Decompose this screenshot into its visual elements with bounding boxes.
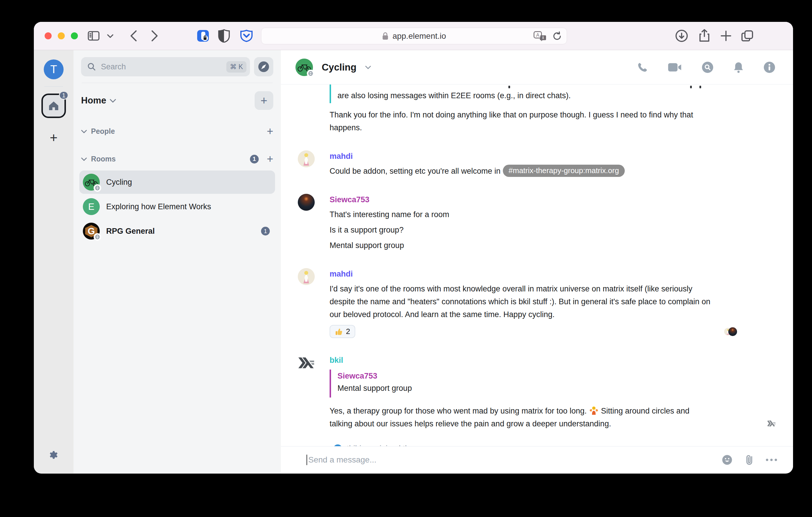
- message-composer[interactable]: Send a message...: [281, 446, 793, 473]
- message-reply-e2ee: are also losing messages within E2EE roo…: [298, 85, 776, 134]
- settings-button[interactable]: [47, 448, 60, 463]
- public-room-badge: [307, 70, 314, 77]
- text-caret: [307, 455, 307, 465]
- section-rooms[interactable]: Rooms 1 +: [81, 153, 273, 165]
- search-box[interactable]: ⌘ K: [81, 57, 250, 77]
- notifications-button[interactable]: [733, 61, 744, 73]
- room-unread-badge: 1: [261, 227, 270, 236]
- zoom-window-button[interactable]: [71, 32, 78, 39]
- message-mahdi-knowledge: mahdi I'd say it's one of the rooms with…: [298, 268, 776, 338]
- url-text: app.element.io: [393, 31, 446, 41]
- forward-button[interactable]: [148, 29, 162, 43]
- thumbs-up-icon: [335, 328, 343, 336]
- search-input[interactable]: [101, 62, 222, 71]
- room-title[interactable]: Cycling: [322, 62, 356, 73]
- more-options-button[interactable]: [765, 458, 777, 462]
- search-shortcut-badge: ⌘ K: [226, 61, 246, 72]
- room-item-exploring[interactable]: E Exploring how Element Works: [79, 195, 275, 218]
- address-bar[interactable]: app.element.io A x̄: [261, 28, 567, 44]
- room-name: Exploring how Element Works: [106, 202, 211, 211]
- emoji-button[interactable]: [721, 454, 733, 466]
- message-timeline[interactable]: are also losing messages within E2EE roo…: [281, 85, 793, 446]
- browser-toolbar: app.element.io A x̄: [34, 22, 793, 50]
- explore-rooms-button[interactable]: [254, 57, 273, 77]
- room-info-button[interactable]: [763, 61, 776, 73]
- share-button[interactable]: [697, 29, 712, 43]
- section-rooms-label: Rooms: [91, 155, 116, 163]
- section-people[interactable]: People +: [81, 125, 273, 138]
- svg-text:A: A: [536, 32, 539, 37]
- public-room-badge: [94, 184, 101, 192]
- create-space-button[interactable]: +: [50, 131, 58, 144]
- message-text: Thank you for the info. I'm not doing an…: [329, 109, 709, 134]
- attachment-button[interactable]: [744, 454, 755, 466]
- video-call-button[interactable]: [668, 62, 682, 72]
- sidebar-chevron-button[interactable]: [105, 29, 115, 43]
- sender-name[interactable]: mahdi: [329, 150, 709, 162]
- back-button[interactable]: [126, 29, 141, 43]
- room-avatar: [83, 174, 100, 191]
- reload-icon[interactable]: [552, 31, 562, 41]
- user-avatar[interactable]: T: [44, 59, 64, 79]
- reaction-thumbsup[interactable]: 2: [329, 325, 355, 338]
- home-space-button[interactable]: 1: [41, 94, 66, 118]
- join-event: 14:39 T thibiscus joined the room: [298, 444, 776, 446]
- close-window-button[interactable]: [45, 32, 52, 39]
- reply-quote[interactable]: Siewca753 Mental support group: [329, 369, 709, 397]
- downloads-button[interactable]: [675, 29, 689, 43]
- search-icon: [87, 62, 96, 71]
- sender-name[interactable]: bkil: [329, 354, 709, 366]
- message-bkil-therapy: bkil Siewca753 Mental support group Yes,…: [298, 354, 776, 430]
- shield-extension-icon[interactable]: [217, 29, 231, 43]
- room-list-panel: ⌘ K Home + People +: [74, 50, 281, 473]
- sidebar-toggle-button[interactable]: [87, 29, 100, 43]
- reaction-count: 2: [346, 327, 350, 336]
- room-item-rpg-general[interactable]: G RPG General 1: [79, 219, 275, 243]
- password-extension-icon[interactable]: [196, 29, 210, 43]
- reply-quote[interactable]: are also losing messages within E2EE roo…: [329, 85, 709, 103]
- message-siewca: Siewca753 That's interesting name for a …: [298, 194, 776, 252]
- minimize-window-button[interactable]: [58, 32, 65, 39]
- rooms-unread-badge: 1: [250, 155, 259, 163]
- add-room-button[interactable]: +: [255, 91, 273, 110]
- siewca-avatar[interactable]: [298, 194, 315, 211]
- chevron-down-icon: [81, 157, 87, 161]
- svg-text:x̄: x̄: [542, 35, 544, 40]
- spaces-rail: T 1 +: [34, 50, 74, 473]
- space-name[interactable]: Home: [81, 95, 106, 106]
- chevron-down-icon[interactable]: [365, 65, 371, 69]
- room-item-cycling[interactable]: Cycling: [79, 171, 275, 194]
- bkil-avatar[interactable]: [298, 354, 315, 371]
- thibiscus-avatar[interactable]: T: [334, 445, 342, 447]
- new-tab-button[interactable]: [719, 29, 733, 43]
- read-receipts[interactable]: [724, 327, 737, 336]
- mahdi-avatar[interactable]: [298, 150, 315, 167]
- add-people-button[interactable]: +: [267, 125, 273, 138]
- tab-overview-button[interactable]: [741, 29, 755, 43]
- room-header-avatar[interactable]: [295, 59, 313, 76]
- chevron-down-icon[interactable]: [110, 98, 116, 102]
- sender-name[interactable]: mahdi: [329, 268, 715, 280]
- room-link-pill[interactable]: #matrix-therapy-group:matrix.org: [503, 165, 625, 177]
- traffic-lights: [45, 32, 78, 39]
- read-receipt-siewca[interactable]: [728, 327, 737, 336]
- pocket-extension-icon[interactable]: [239, 29, 254, 43]
- chat-view: Cycling: [281, 50, 793, 473]
- person-shrugging-emoji: [589, 405, 599, 415]
- quoted-sender-name[interactable]: Siewca753: [338, 371, 709, 381]
- gear-icon: [47, 448, 60, 462]
- haskell-logo: [298, 357, 314, 369]
- room-avatar-initial: E: [88, 202, 94, 212]
- room-search-button[interactable]: [701, 61, 714, 73]
- mahdi-avatar[interactable]: [298, 268, 315, 285]
- read-receipt-bkil[interactable]: [767, 419, 776, 428]
- room-header: Cycling: [281, 50, 793, 85]
- voice-call-button[interactable]: [637, 61, 648, 73]
- translate-icon[interactable]: A x̄: [533, 31, 546, 41]
- section-people-label: People: [91, 127, 115, 135]
- rail-divider: [44, 86, 63, 87]
- quote-text: are also losing messages within E2EE roo…: [338, 89, 709, 102]
- sender-name[interactable]: Siewca753: [329, 194, 709, 206]
- add-room-plus-button[interactable]: +: [267, 153, 273, 165]
- room-name: Cycling: [106, 178, 132, 187]
